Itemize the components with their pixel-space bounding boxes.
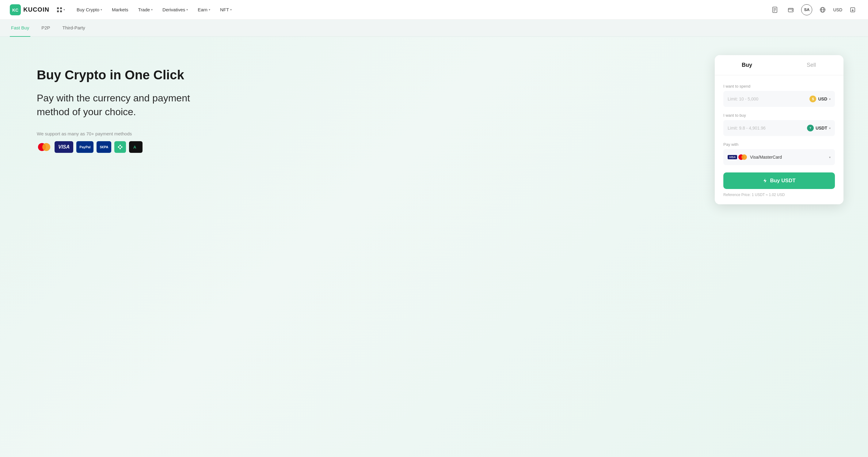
buy-currency-selector[interactable]: T USDT ▾ (807, 125, 831, 131)
widget-tabs: Buy Sell (715, 55, 843, 75)
globe-icon-button[interactable] (817, 4, 828, 15)
reference-price: Reference Price: 1 USDT ≈ 1.02 USD (723, 193, 835, 197)
lightning-icon (763, 178, 768, 183)
mastercard-icon (37, 141, 52, 153)
pay-with-selector[interactable]: VISA Visa/MasterCard ▾ (723, 149, 835, 165)
widget-body: I want to spend Limit: 10 - 5,000 $ USD … (715, 75, 843, 204)
pay-with-label: Pay with (723, 142, 835, 147)
buy-currency-code: USDT (815, 126, 827, 130)
visa-icon: VISA (55, 141, 73, 153)
svg-rect-4 (57, 10, 59, 12)
buy-sell-widget: Buy Sell I want to spend Limit: 10 - 5,0… (715, 55, 843, 204)
nav-buy-crypto[interactable]: Buy Crypto ▾ (72, 5, 106, 15)
nav-trade[interactable]: Trade ▾ (134, 5, 157, 15)
spend-currency-code: USD (818, 96, 827, 101)
tab-fast-buy[interactable]: Fast Buy (10, 20, 30, 37)
document-icon-button[interactable] (769, 4, 780, 15)
page-title: Buy Crypto in One Click (37, 67, 690, 83)
tab-third-party[interactable]: Third-Party (61, 20, 87, 37)
buy-usdt-button[interactable]: Buy USDT (723, 172, 835, 189)
svg-marker-18 (764, 178, 767, 183)
advcash-icon: A (129, 141, 143, 153)
logo[interactable]: KC KUCOIN (10, 4, 49, 15)
tab-sell[interactable]: Sell (779, 55, 843, 75)
spend-field-row[interactable]: Limit: 10 - 5,000 $ USD ▾ (723, 91, 835, 107)
navbar: KC KUCOIN ▾ Buy Crypto ▾ Markets Trade ▾… (0, 0, 868, 20)
usd-currency-icon: $ (809, 96, 816, 102)
chevron-down-icon: ▾ (186, 8, 188, 11)
svg-text:A: A (133, 145, 136, 150)
chevron-down-icon: ▾ (829, 156, 831, 159)
nav-markets[interactable]: Markets (107, 5, 132, 15)
nav-right: SA USD (769, 4, 858, 15)
sepa-icon: S€PA (97, 141, 111, 153)
payment-icons-row: VISA PayPal S€PA A (37, 141, 690, 153)
user-avatar-button[interactable]: SA (801, 4, 812, 15)
pay-with-method-label: Visa/MasterCard (750, 155, 829, 160)
svg-rect-3 (60, 7, 62, 9)
currency-toggle-button[interactable]: USD (833, 7, 842, 12)
pix-icon (114, 141, 126, 153)
wallet-icon-button[interactable] (785, 4, 796, 15)
svg-rect-5 (60, 10, 62, 12)
kucoin-logo-icon: KC (10, 4, 21, 15)
paypal-icon: PayPal (76, 141, 93, 153)
visa-mini-icon: VISA (727, 155, 737, 159)
nav-links: Buy Crypto ▾ Markets Trade ▾ Derivatives… (72, 5, 770, 15)
nav-earn[interactable]: Earn ▾ (193, 5, 215, 15)
pay-with-section: Pay with VISA Visa/MasterCard ▾ (723, 142, 835, 165)
nav-nft[interactable]: NFT ▾ (216, 5, 236, 15)
logo-text: KUCOIN (23, 6, 49, 13)
payment-methods-label: We support as many as 70+ payment method… (37, 131, 690, 136)
mastercard-mini-icon (738, 154, 747, 160)
svg-point-11 (792, 10, 793, 11)
hero-subheadline: Pay with the currency and paymentmethod … (37, 91, 690, 119)
svg-rect-2 (57, 7, 59, 9)
chevron-down-icon: ▾ (230, 8, 232, 11)
chevron-down-icon: ▾ (151, 8, 153, 11)
buy-placeholder: Limit: 9.8 - 4,901.96 (727, 126, 807, 130)
spend-label: I want to spend (723, 84, 835, 89)
svg-text:KC: KC (12, 8, 19, 12)
chevron-down-icon: ▾ (100, 8, 102, 11)
buy-label: I want to buy (723, 113, 835, 118)
usdt-currency-icon: T (807, 125, 814, 131)
spend-currency-selector[interactable]: $ USD ▾ (809, 96, 831, 102)
tab-buy[interactable]: Buy (715, 55, 779, 75)
payment-method-logos: VISA (727, 154, 747, 160)
chevron-down-icon: ▾ (209, 8, 210, 11)
chevron-down-icon: ▾ (829, 97, 831, 101)
tab-p2p[interactable]: P2P (40, 20, 51, 37)
grid-menu-icon[interactable]: ▾ (57, 7, 65, 12)
sub-nav: Fast Buy P2P Third-Party (0, 20, 868, 37)
chevron-down-icon: ▾ (829, 127, 831, 130)
nav-derivatives[interactable]: Derivatives ▾ (158, 5, 192, 15)
spend-placeholder: Limit: 10 - 5,000 (727, 96, 809, 101)
download-icon-button[interactable] (847, 4, 858, 15)
hero-section: Buy Crypto in One Click Pay with the cur… (37, 55, 690, 153)
main-content: Buy Crypto in One Click Pay with the cur… (0, 37, 868, 457)
buy-field-row[interactable]: Limit: 9.8 - 4,901.96 T USDT ▾ (723, 120, 835, 136)
